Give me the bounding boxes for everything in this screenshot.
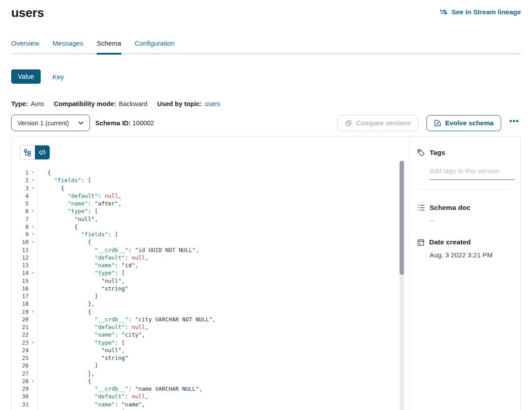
add-tags-input[interactable] [430,166,515,180]
code-content: "null", [37,277,409,285]
line-number: 7 [12,215,29,223]
code-line: 28▼ { [12,377,409,385]
code-line: 10▼ { [12,238,409,246]
code-content: }, [37,370,409,377]
fold-toggle-icon[interactable]: ▼ [29,339,37,346]
fold-toggle-icon[interactable]: ▼ [29,176,37,184]
fold-toggle-icon[interactable]: ▼ [29,308,37,316]
more-options-button[interactable]: ••• [507,116,521,129]
chevron-down-icon [78,121,84,125]
code-line: 22 "name": "city", [12,331,409,338]
code-content: { [37,184,409,192]
fold-spacer [29,261,37,269]
fold-spacer [29,323,37,331]
fold-spacer [29,393,37,400]
line-number: 2 [12,176,29,184]
fold-toggle-icon[interactable]: ▼ [29,184,37,192]
code-line: 26 ] [12,362,409,369]
fold-toggle-icon[interactable]: ▼ [29,377,37,385]
fold-spacer [29,316,37,323]
code-content: ] [37,362,409,369]
tree-view-button[interactable] [20,145,35,159]
list-icon [417,204,425,211]
fold-spacer [29,346,37,354]
code-content: "__crdb__": "city VARCHAR NOT NULL", [37,316,409,323]
key-toggle-button[interactable]: Key [52,73,64,81]
code-content: { [37,238,409,246]
sidebar-divider [417,189,511,190]
tab-schema[interactable]: Schema [97,39,121,53]
compare-versions-button[interactable]: Compare versions [337,115,418,131]
compatibility-value: Backward [119,100,148,107]
code-line: 12 "default": null, [12,254,409,261]
tab-overview[interactable]: Overview [11,39,39,53]
editor-scrollbar-thumb[interactable] [400,161,404,275]
fold-spacer [29,246,37,254]
schema-doc-heading-label: Schema doc [430,204,470,212]
line-number: 26 [12,362,29,369]
compare-versions-icon [345,120,352,127]
calendar-add-icon [417,239,425,246]
code-content: "default": null, [37,254,409,261]
fold-toggle-icon[interactable]: ▼ [29,169,37,176]
line-number: 29 [12,385,29,393]
code-content: "default": null, [37,323,409,331]
line-number: 20 [12,316,29,323]
line-number: 22 [12,331,29,338]
tab-configuration[interactable]: Configuration [135,39,174,53]
schema-page: users See in Stream lineage Overview Mes… [0,0,532,410]
fold-spacer [29,401,37,408]
fold-toggle-icon[interactable]: ▼ [29,207,37,215]
tags-heading: Tags [417,149,511,157]
meta-type: Type: Avro [11,100,44,107]
code-line: 7 "null", [12,215,409,223]
fold-toggle-icon[interactable]: ▼ [29,231,37,238]
code-content: "name": "name", [37,401,409,408]
evolve-schema-button[interactable]: Evolve schema [426,115,501,131]
page-title: users [11,5,44,21]
line-number: 32 [12,408,29,410]
code-view-button[interactable] [35,145,50,159]
line-number: 13 [12,261,29,269]
fold-spacer [29,354,37,362]
line-number: 18 [12,300,29,308]
line-number: 25 [12,354,29,362]
fold-spacer [29,254,37,261]
value-toggle-button[interactable]: Value [11,69,41,84]
line-number: 24 [12,346,29,354]
code-line: 19▼ { [12,308,409,316]
fold-toggle-icon[interactable]: ▼ [29,408,37,410]
version-dropdown[interactable]: Version 1 (current) [11,115,90,131]
fold-spacer [29,285,37,292]
line-number: 6 [12,207,29,215]
code-line: 5 "name": "after", [12,200,409,207]
fold-spacer [29,292,37,300]
code-line: 20 "__crdb__": "city VARCHAR NOT NULL", [12,316,409,323]
line-number: 19 [12,308,29,316]
line-number: 1 [12,169,29,176]
fold-toggle-icon[interactable]: ▼ [29,238,37,246]
code-editor[interactable]: 1▼{2▼ "fields": [3▼ {4 "default": null,5… [12,161,409,410]
type-value: Avro [31,100,44,107]
tab-messages[interactable]: Messages [53,39,83,53]
used-by-topic-link[interactable]: users [204,100,220,107]
code-content: }, [37,300,409,308]
schema-editor: 1▼{2▼ "fields": [3▼ {4 "default": null,5… [12,137,409,410]
tag-icon [417,149,425,157]
fold-toggle-icon[interactable]: ▼ [29,223,37,231]
code-view-icon [38,149,46,155]
date-created-heading: Date created [417,238,511,246]
code-content: "__crdb__": "id UUID NOT NULL", [37,246,409,254]
code-content: { [37,377,409,385]
used-by-topic-label: Used by topic: [157,100,202,107]
code-line: 9▼ "fields": [ [12,231,409,238]
code-line: 4 "default": null, [12,192,409,200]
code-content: "name": "id", [37,261,409,269]
stream-lineage-link[interactable]: See in Stream lineage [440,8,521,16]
line-number: 12 [12,254,29,261]
line-number: 30 [12,393,29,400]
editor-scrollbar[interactable] [400,161,404,410]
code-content: { [37,169,409,176]
fold-toggle-icon[interactable]: ▼ [29,269,37,277]
code-line: 6▼ "type": [ [12,207,409,215]
